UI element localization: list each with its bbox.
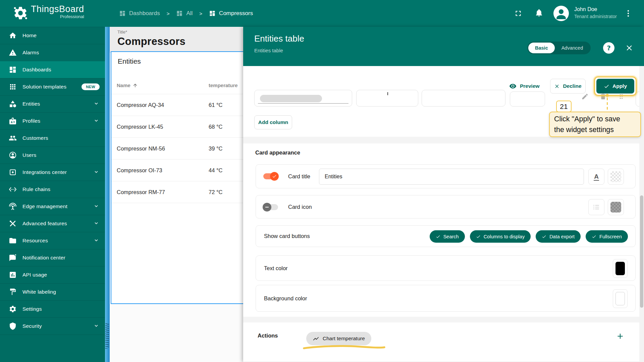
- chart-box-icon: [9, 271, 17, 279]
- sidebar-item-settings[interactable]: Settings: [0, 300, 105, 317]
- breadcrumb: Dashboards>All>Compressors: [119, 0, 253, 27]
- column-header-temperature[interactable]: temperature: [209, 77, 238, 94]
- sidebar-item-label: Integrations center: [22, 169, 67, 175]
- help-icon[interactable]: ?: [603, 42, 614, 54]
- action-chip-chart-temperature[interactable]: Chart temperature: [306, 332, 371, 345]
- table-row[interactable]: Compressor LK-4568 °C: [111, 116, 243, 137]
- entities-table-widget[interactable]: Entities Nametemperature Compressor AQ-3…: [111, 51, 243, 304]
- table-header-row: Nametemperature: [111, 77, 243, 94]
- icon-color-button[interactable]: [608, 199, 624, 215]
- connector-dot: [606, 94, 609, 97]
- column-field-truncated[interactable]: [510, 92, 545, 107]
- card-button-chip-fullscreen[interactable]: Fullscreen: [586, 230, 628, 243]
- column-field-truncated[interactable]: [356, 90, 418, 107]
- sidebar-item-profiles[interactable]: Profiles: [0, 112, 105, 129]
- title-color-button[interactable]: [608, 169, 624, 185]
- transparent-grey-swatch: [610, 202, 621, 213]
- decline-button[interactable]: Decline: [550, 79, 586, 94]
- sidebar-item-edge-management[interactable]: Edge management: [0, 198, 105, 215]
- card-button-chip-search[interactable]: Search: [430, 230, 465, 243]
- chip-label: Columns to display: [484, 234, 525, 239]
- column-field-truncated[interactable]: [254, 90, 352, 107]
- close-icon[interactable]: [624, 42, 635, 54]
- chevron-down-icon: [93, 101, 100, 107]
- chip-label: Search: [443, 234, 459, 239]
- edit-pencil-icon[interactable]: [581, 93, 589, 100]
- sidebar-item-entities[interactable]: Entities: [0, 95, 105, 112]
- more-menu-icon[interactable]: [624, 9, 633, 18]
- entity-name-cell: Compressor AQ-34: [117, 94, 164, 116]
- chevron-down-icon: [93, 169, 100, 176]
- sidebar-item-label: White labeling: [22, 289, 56, 295]
- chevron-down-icon: [93, 220, 100, 227]
- sidebar-item-rule-chains[interactable]: Rule chains: [0, 181, 105, 198]
- check-icon: [436, 234, 440, 239]
- breadcrumb-item-all[interactable]: All: [176, 10, 193, 17]
- sidebar-item-notification-center[interactable]: Notification center: [0, 249, 105, 266]
- column-field-truncated[interactable]: [422, 90, 505, 107]
- sidebar-item-resources[interactable]: Resources: [0, 232, 105, 249]
- text-color-picker[interactable]: [613, 259, 628, 278]
- dashboard-title-field[interactable]: Title* Compressors: [110, 27, 243, 53]
- chevron-down-icon: [93, 237, 100, 244]
- sidebar-item-white-labeling[interactable]: White labeling: [0, 283, 105, 300]
- section-divider: [243, 317, 639, 322]
- drag-handle-icon[interactable]: [618, 93, 625, 100]
- delete-trash-icon[interactable]: [599, 93, 607, 100]
- apply-button[interactable]: Apply: [596, 79, 634, 94]
- temperature-cell: 39 °C: [209, 138, 222, 159]
- title-font-style-button[interactable]: A: [588, 169, 604, 185]
- tab-advanced[interactable]: Advanced: [555, 43, 590, 53]
- column-header-name[interactable]: Name: [117, 77, 138, 94]
- top-bar: ThingsBoard Professional Dashboards>All>…: [0, 0, 644, 27]
- column-drag-chip[interactable]: [260, 95, 322, 102]
- sidebar-item-users[interactable]: Users: [0, 146, 105, 164]
- sidebar-item-integrations-center[interactable]: Integrations center: [0, 164, 105, 181]
- avatar[interactable]: [553, 6, 569, 21]
- card-button-chip-columns-to-display[interactable]: Columns to display: [470, 230, 531, 243]
- card-button-chip-data-export[interactable]: Data export: [536, 230, 581, 243]
- add-action-button[interactable]: [613, 329, 627, 343]
- card-icon-toggle[interactable]: [263, 204, 278, 210]
- sidebar-item-api-usage[interactable]: API usage: [0, 266, 105, 283]
- dashboard-icon: [9, 66, 17, 74]
- fullscreen-icon[interactable]: [514, 9, 523, 18]
- sidebar-item-label: Home: [22, 33, 37, 39]
- table-row[interactable]: Compressor NM-5639 °C: [111, 137, 243, 159]
- card-title-toggle[interactable]: [263, 173, 278, 179]
- shield-icon: [9, 322, 17, 330]
- thingsboard-logo[interactable]: ThingsBoard Professional: [13, 4, 84, 21]
- table-row[interactable]: Compressor AQ-3461 °C: [111, 94, 243, 116]
- dashboard-edge-scrollbar[interactable]: [105, 27, 110, 362]
- icon-picker-button[interactable]: [588, 199, 604, 215]
- breadcrumb-item-compressors[interactable]: Compressors: [209, 10, 253, 17]
- sidebar-item-advanced-features[interactable]: Advanced features: [0, 215, 105, 232]
- apply-label: Apply: [612, 83, 627, 89]
- background-color-picker[interactable]: [613, 289, 628, 308]
- settings-scrollbar-track[interactable]: [639, 66, 644, 362]
- check-icon: [542, 234, 546, 239]
- sidebar-item-solution-templates[interactable]: Solution templatesNEW: [0, 78, 105, 95]
- sidebar-item-label: Entities: [22, 101, 40, 107]
- edge-scroll-marks: [105, 323, 109, 349]
- sidebar-item-alarms[interactable]: Alarms: [0, 44, 105, 61]
- card-title-input[interactable]: [319, 169, 584, 185]
- sidebar-item-security[interactable]: Security: [0, 317, 105, 335]
- table-row[interactable]: Compressor OI-7344 °C: [111, 159, 243, 181]
- badge-icon: [9, 117, 17, 125]
- hand-drawn-underline: [302, 345, 386, 350]
- table-row[interactable]: Compressor RM-7772 °C: [111, 181, 243, 203]
- text-format-icon: A: [594, 173, 599, 181]
- add-column-button[interactable]: Add column: [254, 115, 292, 129]
- settings-scrollbar-thumb[interactable]: [640, 195, 643, 308]
- toggle-check-icon: [270, 172, 279, 181]
- sidebar-item-customers[interactable]: Customers: [0, 129, 105, 146]
- sidebar-item-home[interactable]: Home: [0, 27, 105, 44]
- breadcrumb-item-dashboards[interactable]: Dashboards: [119, 10, 160, 17]
- sidebar-item-dashboards[interactable]: Dashboards: [0, 61, 105, 78]
- dashboard-title-value: Compressors: [117, 36, 243, 48]
- notifications-bell-icon[interactable]: [535, 8, 543, 17]
- new-badge: NEW: [82, 83, 100, 90]
- tab-basic[interactable]: Basic: [528, 43, 555, 53]
- temperature-cell: 68 °C: [209, 116, 222, 137]
